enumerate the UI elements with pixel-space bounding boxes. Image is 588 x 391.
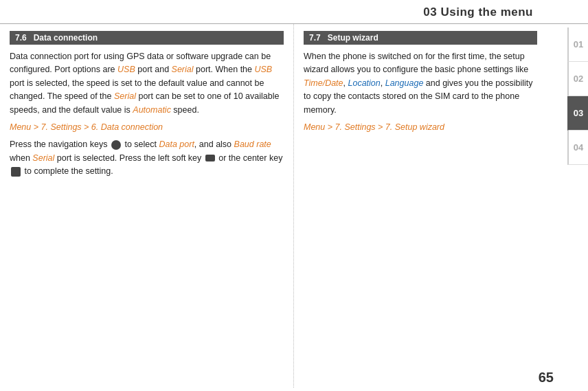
- section-77-body1: When the phone is switched on for the fi…: [304, 50, 537, 117]
- section-76-header: 7.6 Data connection: [10, 31, 284, 45]
- side-tab-02[interactable]: 02: [567, 62, 588, 96]
- nav-icon: [111, 140, 121, 150]
- side-tab-01[interactable]: 01: [567, 27, 588, 62]
- side-tab-03[interactable]: 03: [567, 96, 588, 131]
- section-77-menu-path: Menu > 7. Settings > 7. Setup wizard: [304, 121, 537, 134]
- section-76-body2: Press the navigation keys to select Data…: [10, 138, 284, 178]
- main-content: 7.6 Data connection Data connection port…: [0, 24, 588, 388]
- side-tab-04[interactable]: 04: [567, 131, 588, 165]
- section-76-body1: Data connection port for using GPS data …: [10, 50, 284, 117]
- right-column: 7.7 Setup wizard When the phone is switc…: [294, 24, 547, 388]
- center-key-icon: [11, 167, 21, 177]
- section-77-header: 7.7 Setup wizard: [304, 31, 537, 45]
- side-tabs: 01 02 03 04: [567, 27, 588, 165]
- page-title: 03 Using the menu: [0, 0, 588, 24]
- soft-key-icon: [205, 155, 215, 161]
- page-number: 65: [539, 370, 554, 386]
- section-76-menu-path: Menu > 7. Settings > 6. Data connection: [10, 121, 284, 134]
- left-column: 7.6 Data connection Data connection port…: [0, 24, 294, 388]
